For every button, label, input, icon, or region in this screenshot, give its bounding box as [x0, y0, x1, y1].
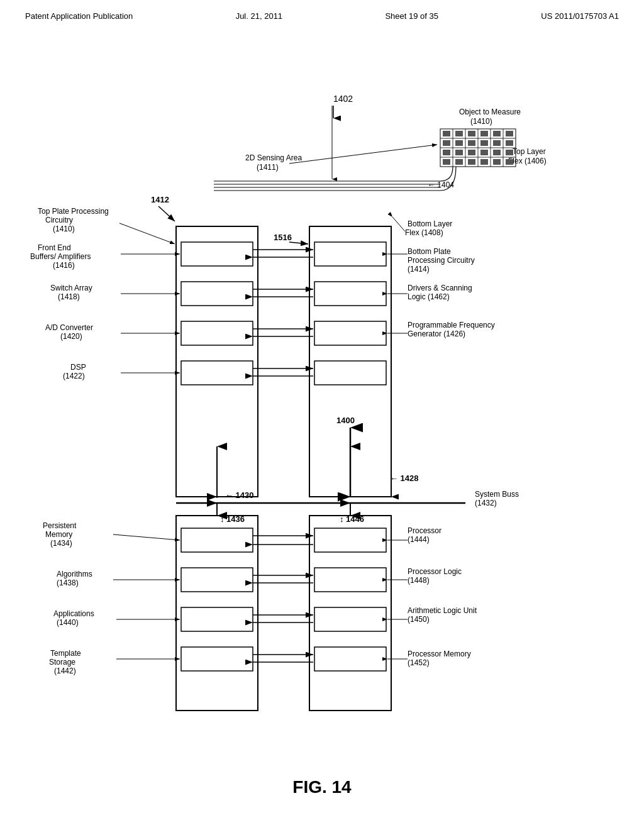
svg-rect-122: [181, 607, 253, 631]
svg-line-57: [158, 206, 175, 221]
svg-text:Processor: Processor: [408, 526, 441, 535]
svg-text:Circuitry: Circuitry: [45, 216, 73, 224]
svg-rect-120: [181, 528, 253, 552]
svg-rect-65: [181, 321, 253, 345]
svg-text:A/D Converter: A/D Converter: [45, 323, 93, 332]
diagram-svg: 1402 Object to Measure (1410) Top Layer …: [0, 82, 644, 773]
svg-rect-46: [480, 159, 488, 165]
svg-rect-42: [506, 150, 513, 155]
svg-rect-44: [455, 159, 463, 165]
svg-text:↕ 1446: ↕ 1446: [340, 514, 364, 524]
svg-rect-85: [314, 321, 386, 345]
svg-text:System Buss: System Buss: [475, 490, 519, 499]
svg-text:(1440): (1440): [57, 618, 79, 627]
svg-rect-119: [176, 516, 258, 711]
svg-rect-47: [493, 159, 501, 165]
svg-text:(1450): (1450): [408, 615, 430, 624]
svg-text:Template: Template: [50, 649, 81, 658]
svg-rect-142: [314, 607, 386, 631]
svg-text:(1414): (1414): [408, 265, 430, 274]
svg-text:1400: 1400: [336, 416, 355, 425]
svg-text:Bottom Layer: Bottom Layer: [408, 219, 452, 228]
svg-rect-32: [455, 140, 463, 146]
svg-text:Processing Circuitry: Processing Circuitry: [408, 256, 475, 265]
svg-text:Top Plate Processing: Top Plate Processing: [38, 207, 109, 216]
diagram-container: 1402 Object to Measure (1410) Top Layer …: [0, 82, 644, 773]
header-right: US 2011/0175703 A1: [541, 11, 619, 21]
svg-text:(1416): (1416): [53, 261, 75, 270]
header-left: Patent Application Publication: [25, 11, 133, 21]
svg-text:Persistent: Persistent: [43, 521, 77, 530]
header-center: Jul. 21, 2011: [236, 11, 282, 21]
figure-label: FIG. 14: [292, 777, 351, 797]
svg-text:← 1430: ← 1430: [225, 490, 254, 500]
svg-line-128: [113, 534, 180, 540]
svg-rect-37: [443, 150, 450, 155]
svg-text:Logic (1462): Logic (1462): [408, 292, 450, 301]
svg-text:(1418): (1418): [58, 292, 80, 301]
svg-rect-84: [314, 282, 386, 306]
svg-text:↕ 1436: ↕ 1436: [220, 514, 245, 524]
page: Patent Application Publication Jul. 21, …: [0, 0, 644, 830]
svg-text:(1452): (1452): [408, 658, 430, 667]
svg-text:(1448): (1448): [408, 576, 430, 585]
svg-line-81: [289, 242, 308, 244]
svg-text:Drivers & Scanning: Drivers & Scanning: [408, 284, 472, 292]
svg-text:Front End: Front End: [38, 243, 71, 252]
svg-text:(1420): (1420): [60, 332, 82, 341]
svg-text:(1422): (1422): [63, 372, 85, 380]
svg-rect-34: [480, 140, 488, 146]
svg-rect-45: [468, 159, 475, 165]
svg-rect-121: [181, 568, 253, 592]
svg-text:Applications: Applications: [53, 609, 94, 618]
svg-text:(1411): (1411): [257, 163, 279, 172]
svg-text:← 1404: ← 1404: [428, 180, 454, 189]
svg-text:(1410): (1410): [53, 224, 75, 233]
svg-rect-27: [468, 131, 475, 136]
svg-rect-143: [314, 647, 386, 671]
header-sheet: Sheet 19 of 35: [385, 11, 438, 21]
svg-text:Algorithms: Algorithms: [57, 570, 92, 578]
svg-text:1402: 1402: [333, 94, 353, 104]
svg-text:1516: 1516: [274, 233, 292, 242]
svg-rect-30: [506, 131, 513, 136]
svg-rect-141: [314, 568, 386, 592]
svg-rect-48: [506, 159, 513, 165]
svg-rect-139: [309, 516, 391, 711]
svg-line-54: [289, 145, 437, 163]
svg-rect-41: [493, 150, 501, 155]
svg-rect-64: [181, 282, 253, 306]
svg-rect-38: [455, 150, 463, 155]
svg-text:DSP: DSP: [70, 363, 86, 372]
svg-text:Generator (1426): Generator (1426): [408, 329, 465, 338]
svg-rect-31: [443, 140, 450, 146]
svg-rect-29: [493, 131, 501, 136]
svg-text:Flex (1406): Flex (1406): [508, 157, 547, 165]
svg-rect-39: [468, 150, 475, 155]
svg-rect-66: [181, 361, 253, 385]
header: Patent Application Publication Jul. 21, …: [0, 0, 644, 21]
svg-rect-83: [314, 242, 386, 266]
svg-text:(1432): (1432): [475, 499, 497, 507]
svg-text:Flex (1408): Flex (1408): [405, 228, 443, 237]
svg-rect-28: [480, 131, 488, 136]
svg-rect-35: [493, 140, 501, 146]
svg-text:(1438): (1438): [57, 578, 79, 587]
svg-rect-36: [506, 140, 513, 146]
svg-rect-86: [314, 361, 386, 385]
svg-text:Switch Array: Switch Array: [50, 284, 92, 292]
svg-text:← 1428: ← 1428: [390, 473, 419, 483]
svg-text:Bottom Plate: Bottom Plate: [408, 247, 451, 256]
svg-text:(1442): (1442): [54, 667, 76, 675]
svg-text:1412: 1412: [151, 195, 169, 204]
svg-rect-26: [455, 131, 463, 136]
svg-text:(1444): (1444): [408, 535, 430, 544]
svg-rect-40: [480, 150, 488, 155]
svg-text:2D Sensing Area: 2D Sensing Area: [245, 153, 302, 162]
svg-text:(1434): (1434): [50, 539, 72, 548]
svg-text:Processor Logic: Processor Logic: [408, 567, 462, 576]
svg-rect-63: [181, 242, 253, 266]
svg-text:Processor Memory: Processor Memory: [408, 650, 471, 658]
svg-rect-33: [468, 140, 475, 146]
svg-text:Memory: Memory: [45, 530, 72, 539]
